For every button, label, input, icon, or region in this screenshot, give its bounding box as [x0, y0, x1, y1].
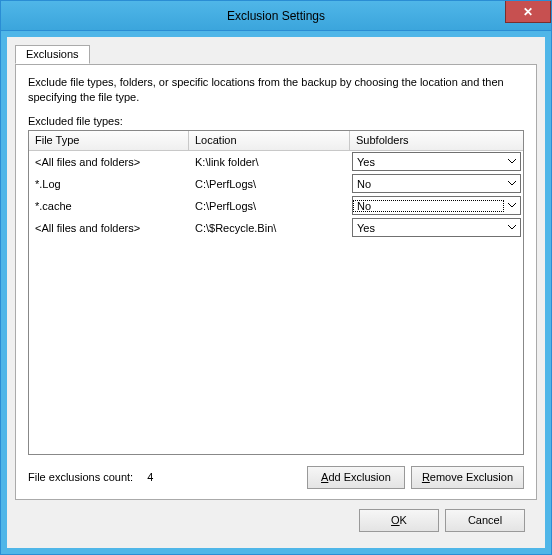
chevron-down-icon	[504, 219, 520, 236]
exclusions-grid: File Type Location Subfolders <All files…	[28, 130, 524, 455]
header-location[interactable]: Location	[189, 131, 350, 151]
client-area: Exclusions Exclude file types, folders, …	[1, 31, 551, 554]
chevron-down-icon	[504, 175, 520, 192]
close-icon: ✕	[523, 5, 533, 19]
btn-text: Cancel	[468, 514, 502, 526]
cell-location[interactable]: C:\$Recycle.Bin\	[189, 217, 350, 239]
titlebar: Exclusion Settings ✕	[1, 1, 551, 31]
subfolders-select[interactable]: Yes	[352, 218, 521, 237]
select-value: No	[353, 178, 504, 190]
table-row[interactable]: <All files and folders>C:\$Recycle.Bin\Y…	[29, 217, 523, 239]
btn-text: Add Exclusion	[321, 471, 391, 483]
ok-button[interactable]: OK	[359, 509, 439, 532]
header-file-type[interactable]: File Type	[29, 131, 189, 151]
cell-subfolders: No	[350, 173, 523, 195]
cell-location[interactable]: K:\link folder\	[189, 151, 350, 173]
header-subfolders[interactable]: Subfolders	[350, 131, 523, 151]
chevron-down-icon	[504, 153, 520, 170]
grid-body: <All files and folders>K:\link folder\Ye…	[29, 151, 523, 454]
chevron-down-icon	[504, 197, 520, 214]
select-value: Yes	[353, 156, 504, 168]
btn-text: Remove Exclusion	[422, 471, 513, 483]
exclusion-settings-window: Exclusion Settings ✕ Exclusions Exclude …	[0, 0, 552, 555]
table-row[interactable]: *.LogC:\PerfLogs\No	[29, 173, 523, 195]
cell-location[interactable]: C:\PerfLogs\	[189, 173, 350, 195]
cell-file-type[interactable]: <All files and folders>	[29, 217, 189, 239]
btn-text: OK	[391, 514, 407, 526]
table-row[interactable]: <All files and folders>K:\link folder\Ye…	[29, 151, 523, 173]
cell-location[interactable]: C:\PerfLogs\	[189, 195, 350, 217]
table-row[interactable]: *.cacheC:\PerfLogs\No	[29, 195, 523, 217]
count-row: File exclusions count: 4 Add Exclusion R…	[28, 465, 524, 489]
count-value: 4	[147, 471, 153, 483]
subfolders-select[interactable]: Yes	[352, 152, 521, 171]
close-button[interactable]: ✕	[505, 1, 551, 23]
select-value: Yes	[353, 222, 504, 234]
cell-file-type[interactable]: <All files and folders>	[29, 151, 189, 173]
grid-header-row: File Type Location Subfolders	[29, 131, 523, 151]
add-exclusion-button[interactable]: Add Exclusion	[307, 466, 405, 489]
tab-strip: Exclusions	[15, 45, 537, 65]
remove-exclusion-button[interactable]: Remove Exclusion	[411, 466, 524, 489]
cell-subfolders: No	[350, 195, 523, 217]
select-value: No	[353, 200, 504, 212]
subfolders-select[interactable]: No	[352, 196, 521, 215]
window-title: Exclusion Settings	[1, 9, 551, 23]
list-label: Excluded file types:	[28, 115, 524, 127]
panel-description: Exclude file types, folders, or specific…	[28, 75, 524, 105]
cell-subfolders: Yes	[350, 151, 523, 173]
dialog-footer: OK Cancel	[15, 500, 537, 540]
tab-label: Exclusions	[26, 48, 79, 60]
cell-file-type[interactable]: *.cache	[29, 195, 189, 217]
cell-file-type[interactable]: *.Log	[29, 173, 189, 195]
count-label: File exclusions count:	[28, 471, 133, 483]
subfolders-select[interactable]: No	[352, 174, 521, 193]
exclusions-panel: Exclude file types, folders, or specific…	[15, 64, 537, 500]
cell-subfolders: Yes	[350, 217, 523, 239]
cancel-button[interactable]: Cancel	[445, 509, 525, 532]
tab-exclusions[interactable]: Exclusions	[15, 45, 90, 64]
